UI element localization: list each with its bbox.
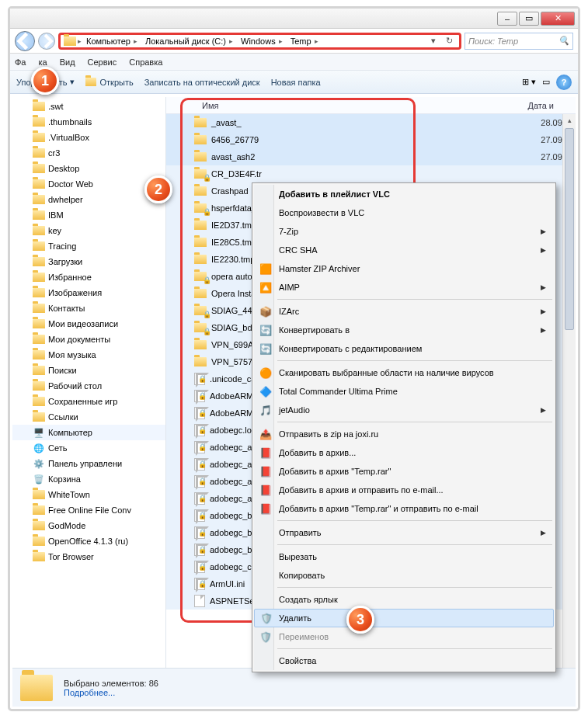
scrollbar[interactable]: ▴ ▾ bbox=[562, 114, 576, 707]
help-icon[interactable]: ? bbox=[556, 75, 572, 90]
menubar: Фа ка Вид Сервис Справка bbox=[10, 54, 578, 71]
context-menu-item[interactable]: 📕Добавить в архив и отправить по e-mail.… bbox=[254, 481, 554, 499]
context-menu-item[interactable]: 🔼AIMP▶ bbox=[254, 278, 554, 297]
context-menu-item[interactable]: 🔄Конвертировать с редактированием bbox=[254, 339, 554, 358]
tree-item[interactable]: .thumbnails bbox=[12, 114, 165, 130]
tree-item[interactable]: Desktop bbox=[12, 161, 165, 176]
tree-item[interactable]: dwhelper bbox=[12, 192, 165, 207]
breadcrumb[interactable]: Компьютер▸ bbox=[83, 36, 141, 46]
file-row[interactable]: avast_ash227.09.2 bbox=[166, 148, 576, 165]
context-menu-item[interactable]: Добавить в плейлист VLC bbox=[254, 185, 554, 203]
file-row[interactable]: CR_D3E4F.tr bbox=[166, 165, 576, 182]
tree-item[interactable]: .swt bbox=[12, 99, 165, 114]
column-name[interactable]: Имя bbox=[197, 101, 223, 110]
file-row[interactable]: _avast_28.09.2 bbox=[166, 114, 576, 131]
tree-item[interactable]: Избранное bbox=[12, 269, 165, 285]
separator bbox=[277, 520, 552, 521]
tree-item[interactable]: Doctor Web bbox=[12, 176, 165, 192]
context-menu-item[interactable]: 📕Добавить в архив "Temp.rar" bbox=[254, 462, 554, 481]
breadcrumb[interactable]: Windows▸ bbox=[238, 36, 286, 46]
tree-item-label: cr3 bbox=[48, 148, 60, 158]
context-menu-item[interactable]: Копировать bbox=[254, 566, 554, 585]
context-menu-item[interactable]: Воспроизвести в VLC bbox=[254, 203, 554, 222]
refresh-icon[interactable]: ↻ bbox=[442, 36, 456, 46]
minimize-button[interactable]: – bbox=[497, 12, 517, 26]
status-bar: Выбрано элементов: 86 Подробнее... bbox=[12, 668, 576, 707]
column-date[interactable]: Дата и bbox=[523, 101, 576, 110]
context-menu-item[interactable]: 📤Отправить в zip на joxi.ru bbox=[254, 425, 554, 443]
scroll-thumb[interactable] bbox=[565, 128, 574, 330]
menu-item-label: Вырезать bbox=[279, 552, 317, 561]
context-menu-item[interactable]: 🛡️Переименов bbox=[254, 627, 554, 646]
tree-item[interactable]: Ссылки bbox=[12, 409, 165, 425]
context-menu-item[interactable]: 📕Добавить в архив... bbox=[254, 443, 554, 462]
tree-item[interactable]: Контакты bbox=[12, 300, 165, 316]
maximize-button[interactable]: ▭ bbox=[519, 12, 539, 26]
context-menu-item[interactable]: 📕Добавить в архив "Temp.rar" и отправить… bbox=[254, 499, 554, 518]
tree-item[interactable]: 🗑️Корзина bbox=[12, 471, 165, 487]
tree-item[interactable]: Моя музыка bbox=[12, 347, 165, 363]
menu-help[interactable]: Справка bbox=[129, 57, 162, 67]
tree-item[interactable]: OpenOffice 4.1.3 (ru) bbox=[12, 533, 165, 549]
tree-item[interactable]: IBM bbox=[12, 207, 165, 223]
file-name: IE2230.tmp bbox=[211, 255, 255, 264]
tree-item[interactable]: Мои документы bbox=[12, 332, 165, 347]
tree-item[interactable]: Tracing bbox=[12, 238, 165, 254]
tree-item[interactable]: Сохраненные игр bbox=[12, 394, 165, 409]
dropdown-icon[interactable]: ▾ bbox=[426, 36, 440, 46]
context-menu-item[interactable]: 🎵jetAudio▶ bbox=[254, 401, 554, 419]
address-bar[interactable]: ▸ Компьютер▸ Локальный диск (C:)▸ Window… bbox=[58, 33, 461, 50]
context-menu-item[interactable]: Создать ярлык bbox=[254, 590, 554, 609]
scroll-up-icon[interactable]: ▴ bbox=[563, 114, 576, 127]
tree-item[interactable]: Tor Browser bbox=[12, 549, 165, 564]
tree-item[interactable]: cr3 bbox=[12, 145, 165, 161]
tree-item[interactable]: .VirtualBox bbox=[12, 130, 165, 145]
tree-item[interactable]: 🌐Сеть bbox=[12, 440, 165, 456]
context-menu-item[interactable]: 📦IZArc▶ bbox=[254, 302, 554, 321]
tree-item[interactable]: WhiteTown bbox=[12, 487, 165, 502]
menu-edit[interactable]: ка bbox=[38, 57, 47, 67]
tree-item[interactable]: Поиски bbox=[12, 363, 165, 378]
search-input[interactable]: Поиск: Temp 🔍 bbox=[464, 33, 573, 50]
context-menu-item[interactable]: 🟧Hamster ZIP Archiver bbox=[254, 259, 554, 278]
context-menu-item[interactable]: Свойства bbox=[254, 651, 554, 670]
preview-pane-icon[interactable]: ▭ bbox=[542, 77, 550, 87]
new-folder-button[interactable]: Новая папка bbox=[271, 78, 321, 87]
details-link[interactable]: Подробнее... bbox=[64, 688, 158, 697]
forward-button[interactable] bbox=[38, 33, 55, 50]
view-mode-icon[interactable]: ⊞ ▾ bbox=[522, 77, 536, 87]
chevron-right-icon[interactable]: ▸ bbox=[78, 37, 82, 45]
context-menu-item[interactable]: 🔷Total Commander Ultima Prime bbox=[254, 382, 554, 401]
folder-icon bbox=[194, 323, 207, 332]
context-menu-item[interactable]: 🟠Сканировать выбранные области на наличи… bbox=[254, 363, 554, 382]
tree-item[interactable]: ⚙️Панель управлени bbox=[12, 456, 165, 471]
breadcrumb[interactable]: Temp▸ bbox=[287, 36, 322, 46]
menu-item-label: Добавить в плейлист VLC bbox=[279, 189, 390, 199]
tree-item[interactable]: Рабочий стол bbox=[12, 378, 165, 394]
context-menu-item[interactable]: 7-Zip▶ bbox=[254, 222, 554, 241]
file-row[interactable]: 6456_2677927.09.2 bbox=[166, 131, 576, 148]
tree-item[interactable]: Изображения bbox=[12, 285, 165, 300]
menu-tools[interactable]: Сервис bbox=[88, 57, 117, 67]
menu-item-icon: 🟠 bbox=[259, 366, 273, 380]
breadcrumb[interactable]: Локальный диск (C:)▸ bbox=[142, 36, 236, 46]
tree-item[interactable]: GodMode bbox=[12, 518, 165, 533]
menu-file[interactable]: Фа bbox=[15, 57, 26, 67]
tree-item[interactable]: Загрузки bbox=[12, 254, 165, 269]
tree-item[interactable]: Free Online File Conv bbox=[12, 502, 165, 518]
context-menu-item[interactable]: Отправить▶ bbox=[254, 523, 554, 542]
context-menu-item[interactable]: Вырезать bbox=[254, 547, 554, 566]
context-menu-item[interactable]: CRC SHA▶ bbox=[254, 241, 554, 259]
tree-item-label: Сохраненные игр bbox=[48, 397, 117, 406]
burn-button[interactable]: Записать на оптический диск bbox=[144, 78, 260, 87]
context-menu-item[interactable]: 🛡️Удалить bbox=[254, 609, 554, 627]
tree-item[interactable]: Мои видеозаписи bbox=[12, 316, 165, 332]
menu-view[interactable]: Вид bbox=[60, 57, 75, 67]
tree-item-label: OpenOffice 4.1.3 (ru) bbox=[48, 537, 128, 546]
tree-item[interactable]: 🖥️Компьютер bbox=[12, 425, 165, 440]
close-button[interactable]: ✕ bbox=[541, 12, 575, 26]
open-button[interactable]: Открыть bbox=[85, 78, 133, 87]
tree-item[interactable]: key bbox=[12, 223, 165, 238]
back-button[interactable] bbox=[15, 31, 35, 51]
context-menu-item[interactable]: 🔄Конвертировать в▶ bbox=[254, 321, 554, 339]
